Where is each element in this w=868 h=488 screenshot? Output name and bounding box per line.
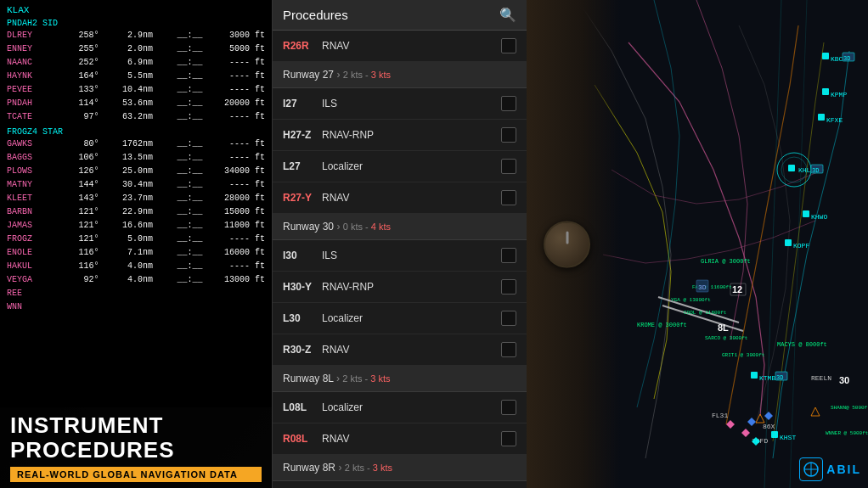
flight-screen: KLAX PNDAH2 SID DLREY 258° 2.9nm __:__ 3… [0,0,272,407]
proc-checkbox[interactable] [501,279,516,294]
svg-rect-9 [822,88,829,95]
svg-text:8L: 8L [718,323,729,333]
procedure-item[interactable]: R30-Z RNAV [273,334,527,366]
proc-checkbox[interactable] [501,127,516,143]
proc-type: ILS [322,98,337,109]
procedure-item[interactable]: R08L RNAV [273,423,527,455]
flight-row: VEYGA 92° 4.0nm __:__ 13000 ft [7,273,265,287]
logo-icon [803,461,820,478]
svg-text:COOL @ 11600ft: COOL @ 11600ft [684,310,726,316]
proc-type: RNAV-RNP [322,129,374,141]
proc-checkbox[interactable] [501,342,516,357]
svg-rect-35 [751,372,758,379]
proc-rwy: H30-Y [283,281,315,293]
proc-checkbox[interactable] [501,190,516,205]
procedure-item[interactable]: R26R RNAV [273,31,527,62]
runway-group-header: Runway 30 › 0 kts - 4 kts [273,214,527,240]
procedure-item[interactable]: L30 Localizer [273,303,527,334]
procedures-panel: Procedures 🔍 R26R RNAV Runway 27 › 2 kts… [272,0,527,488]
proc-checkbox[interactable] [501,96,516,111]
proc-checkbox[interactable] [501,311,516,326]
svg-rect-45 [771,431,778,438]
procedure-item[interactable]: H27-Z RNAV-RNP [273,120,527,151]
flight-row: HAKUL 116° 4.0nm __:__ ---- ft [7,260,265,273]
proc-type: ILS [322,250,337,261]
flight-row: BAGGS 106° 13.5nm __:__ ---- ft [7,151,265,165]
procedure-item[interactable]: L08L Localizer [273,392,527,423]
procedure-item[interactable]: L27 Localizer [273,151,527,182]
procedure-item[interactable]: I09 ILS [273,481,527,483]
logo-container: ABIL [799,457,861,481]
bottom-overlay: INSTRUMENT PROCEDURES REAL-WORLD GLOBAL … [0,407,272,488]
flight-row: TCATE 97° 63.2nm __:__ ---- ft [7,110,265,124]
svg-text:WNNER @ 5000ft: WNNER @ 5000ft [826,430,868,436]
left-panel: KLAX PNDAH2 SID DLREY 258° 2.9nm __:__ 3… [0,0,272,488]
proc-left: R26R RNAV [283,40,349,52]
flight-row: MATNY 144° 30.4nm __:__ ---- ft [7,178,265,192]
proc-rwy: L27 [283,160,315,172]
proc-checkbox[interactable] [501,248,516,263]
proc-checkbox[interactable] [501,431,516,446]
main-title: INSTRUMENT PROCEDURES [10,413,262,462]
svg-text:KTMB: KTMB [759,374,775,382]
proc-type: RNAV [322,192,349,204]
svg-text:KFXE: KFXE [826,116,843,124]
flight-row: PNDAH 114° 53.6nm __:__ 20000 ft [7,97,265,110]
flight-row: PLOWS 126° 25.0nm __:__ 34000 ft [7,165,265,178]
svg-text:3D: 3D [843,55,850,62]
svg-text:3D: 3D [812,167,819,174]
flight-row: ENNEY 255° 2.0nm __:__ 5000 ft [7,42,265,56]
svg-text:3D: 3D [698,283,707,291]
svg-text:MACYS @ 8000ft: MACYS @ 8000ft [777,341,827,348]
svg-text:GRIT1 @ 3000ft: GRIT1 @ 3000ft [722,352,764,358]
svg-text:3D: 3D [776,374,783,381]
svg-text:KHWO: KHWO [811,213,827,221]
proc-rwy: L30 [283,312,315,324]
svg-rect-5 [822,53,829,59]
proc-rwy: H27-Z [283,129,315,141]
map-svg: KBCT 3D KPMP KFXE KHLL 3D KHWO KOPF 12 8… [527,0,868,488]
proc-checkbox[interactable] [501,400,516,415]
proc-type: Localizer [322,401,363,413]
procedure-item[interactable]: I30 ILS [273,240,527,272]
flight-row: WNN [7,300,265,314]
flight-row: FROGZ 121° 5.0nm __:__ ---- ft [7,233,265,246]
star-header: FROGZ4 STAR [7,127,265,137]
sid-header: PNDAH2 SID [7,19,265,28]
svg-text:12: 12 [732,284,742,294]
flight-row: REE [7,287,265,300]
flight-row: PEVEE 133° 10.4nm __:__ ---- ft [7,83,265,97]
proc-type: RNAV [322,433,349,445]
proc-rwy: I30 [283,250,315,261]
proc-rwy: L08L [283,401,315,413]
svg-text:REELN: REELN [811,374,831,382]
svg-rect-19 [803,210,809,217]
airport-header: KLAX [7,5,265,15]
svg-text:GLRIA @ 3000ft: GLRIA @ 3000ft [701,258,751,265]
proc-rwy: I27 [283,98,315,109]
search-button[interactable]: 🔍 [499,7,516,23]
svg-rect-15 [788,165,795,171]
proc-checkbox[interactable] [501,38,516,53]
proc-rwy: R08L [283,433,315,445]
procedures-header: Procedures 🔍 [273,0,527,31]
runway-group-header: Runway 8L › 2 kts - 3 kts [273,366,527,392]
procedures-list[interactable]: R26R RNAV Runway 27 › 2 kts - 3 kts I27 … [273,31,527,483]
proc-type: Localizer [322,312,363,324]
svg-rect-11 [818,114,825,121]
proc-checkbox[interactable] [501,159,516,174]
proc-type: RNAV-RNP [322,281,374,293]
svg-text:KHST: KHST [780,434,796,441]
procedure-item[interactable]: H30-Y RNAV-RNP [273,272,527,303]
runway-group-header: Runway 27 › 2 kts - 3 kts [273,62,527,88]
procedures-title: Procedures [283,8,348,22]
svg-text:SHANN@ 5000ft: SHANN@ 5000ft [831,405,868,411]
navigation-map: KBCT 3D KPMP KFXE KHLL 3D KHWO KOPF 12 8… [527,0,868,488]
procedure-item[interactable]: R27-Y RNAV [273,182,527,214]
procedure-item[interactable]: I27 ILS [273,88,527,120]
flight-row: JAMAS 121° 16.6nm __:__ 11000 ft [7,219,265,233]
proc-rwy: R26R [283,40,315,52]
svg-text:KPMP: KPMP [831,91,847,98]
flight-row: BARBN 121° 22.9nm __:__ 15000 ft [7,205,265,219]
proc-type: Localizer [322,160,363,172]
